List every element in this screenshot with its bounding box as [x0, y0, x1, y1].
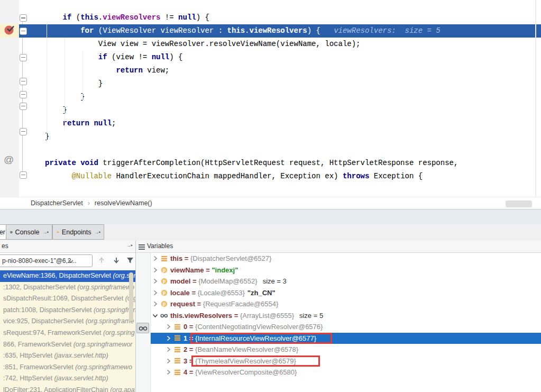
- code-line[interactable]: }: [19, 77, 541, 90]
- stack-frame-row[interactable]: :742, HttpServlet (javax.servlet.http): [0, 373, 135, 385]
- code-token: if: [98, 53, 107, 61]
- code-token: void: [80, 159, 98, 167]
- variable-row[interactable]: this.viewResolvers = {ArrayList@6555}siz…: [151, 310, 541, 322]
- equals-sign: =: [232, 310, 240, 322]
- indent-guide: [65, 38, 65, 130]
- frame-location: :1302, DispatcherServlet: [3, 284, 77, 291]
- stack-frame-row[interactable]: lDoFilter:231, ApplicationFilterChain (o…: [0, 385, 135, 392]
- breadcrumb-class[interactable]: DispatcherServlet: [30, 199, 84, 207]
- field-icon: [173, 358, 181, 364]
- endpoints-icon: [57, 229, 59, 235]
- code-lines[interactable]: if (this.viewResolvers != null) { for (V…: [19, 11, 541, 183]
- chevron-right-icon[interactable]: [152, 290, 159, 296]
- variable-name: 0: [184, 321, 187, 333]
- variable-row[interactable]: 1 = {InternalResourceViewResolver@6577}: [151, 333, 541, 344]
- code-token: ) {: [169, 53, 182, 61]
- chevron-right-icon[interactable]: [165, 369, 172, 375]
- ide-window: @ if (this.viewResolvers != null) { for …: [0, 0, 541, 392]
- frame-package: (org.springframewor: [74, 341, 133, 348]
- code-token: viewResolvers: [250, 26, 307, 35]
- chevron-right-icon[interactable]: [152, 301, 159, 307]
- fold-marker-icon[interactable]: [20, 103, 27, 110]
- chevron-right-icon[interactable]: [152, 267, 159, 273]
- breadcrumb-method[interactable]: resolveViewName(): [94, 199, 153, 207]
- pin-icon[interactable]: →▪: [94, 229, 100, 235]
- stack-frame-row[interactable]: 866, FrameworkServlet (org.springframewo…: [0, 339, 135, 351]
- code-line[interactable]: }: [19, 130, 541, 143]
- scrollbar-thumb[interactable]: [129, 272, 133, 321]
- show-watches-toggle[interactable]: [136, 323, 149, 333]
- frames-panel-title-partial: es: [2, 242, 8, 250]
- code-token: @Nullable: [71, 172, 112, 180]
- panel-menu-icon[interactable]: [139, 244, 145, 250]
- thread-dropdown[interactable]: p-nio-8080-exec-1"@6,2...: [0, 254, 93, 267]
- code-line[interactable]: }: [19, 90, 541, 104]
- variable-row[interactable]: pmodel = {ModelMap@6552}size = 3: [151, 276, 541, 287]
- code-editor[interactable]: @ if (this.viewResolvers != null) { for …: [0, 0, 541, 197]
- code-token: view;: [143, 66, 169, 75]
- variable-row[interactable]: 2 = {BeanNameViewResolver@6578}: [151, 344, 541, 355]
- filter-icon[interactable]: [126, 256, 134, 265]
- variable-row[interactable]: 0 = {ContentNegotiatingViewResolver@6576…: [151, 321, 541, 333]
- variable-row[interactable]: plocale = {Locale@6553}"zh_CN": [151, 287, 541, 299]
- stack-frame-row[interactable]: sRequest:974, FrameworkServlet (org.spri…: [0, 327, 135, 339]
- code-line[interactable]: return view;: [19, 64, 541, 77]
- code-line[interactable]: [19, 143, 541, 157]
- fold-marker-icon[interactable]: [20, 54, 27, 61]
- tab-console[interactable]: Console →▪: [6, 224, 52, 240]
- frame-location: vice:925, DispatcherServlet: [3, 317, 86, 325]
- tab-endpoints[interactable]: Endpoints →▪: [52, 224, 104, 240]
- pin-icon[interactable]: →▪: [42, 229, 48, 235]
- stack-frame-row[interactable]: eViewName:1366, DispatcherServlet (org.s…: [0, 270, 135, 282]
- stack-frame-row[interactable]: :851, FrameworkServlet (org.springframew…: [0, 362, 135, 373]
- stack-frame-row[interactable]: vice:925, DispatcherServlet (org.springf…: [0, 316, 135, 327]
- code-line[interactable]: View view = viewResolver.resolveViewName…: [19, 38, 541, 51]
- chevron-right-icon[interactable]: [165, 324, 172, 330]
- fold-marker-icon[interactable]: [20, 171, 27, 179]
- code-token: View view = viewResolver.resolveViewName…: [45, 40, 361, 48]
- fold-marker-icon[interactable]: [20, 128, 27, 135]
- variable-row[interactable]: prequest = {RequestFacade@6554}: [151, 298, 541, 310]
- previous-frame-icon[interactable]: [97, 256, 106, 265]
- variable-name: 3: [184, 355, 187, 367]
- code-line[interactable]: if (this.viewResolvers != null) {: [19, 11, 541, 24]
- code-line[interactable]: private void triggerAfterCompletion(Http…: [19, 157, 541, 170]
- fold-marker-icon[interactable]: [20, 78, 27, 85]
- stack-frame-row[interactable]: patch:1008, DispatcherServlet (org.sprin…: [0, 305, 135, 316]
- next-frame-icon[interactable]: [112, 256, 121, 265]
- chevron-down-icon[interactable]: [152, 313, 159, 318]
- variable-row[interactable]: 3 = {ThymeleafViewResolver@6579}: [151, 355, 541, 367]
- editor-scrollbar-track[interactable]: [535, 0, 536, 197]
- code-line[interactable]: }: [19, 104, 541, 117]
- panel-header-row: es →▪ Variables: [0, 241, 541, 253]
- variable-row[interactable]: 4 = {ViewResolverComposite@6580}: [151, 367, 541, 378]
- chevron-right-icon[interactable]: [165, 335, 172, 341]
- chevron-right-icon[interactable]: [152, 256, 159, 261]
- external-annotation-icon[interactable]: @: [4, 154, 14, 166]
- fold-marker-icon[interactable]: [20, 14, 27, 22]
- frames-toolbar: p-nio-8080-exec-1"@6,2...: [0, 253, 135, 270]
- chevron-right-icon[interactable]: [165, 347, 172, 352]
- code-line[interactable]: return null;: [19, 117, 541, 130]
- indent-guide: [47, 24, 47, 143]
- frame-package: (org.apa: [110, 386, 135, 392]
- stack-frame-row[interactable]: :1302, DispatcherServlet (org.springfram…: [0, 282, 135, 294]
- code-line[interactable]: if (view != null) {: [19, 51, 541, 64]
- chevron-right-icon[interactable]: [152, 278, 159, 284]
- stack-frame-row[interactable]: :635, HttpServlet (javax.servlet.http): [0, 350, 135, 362]
- frames-list[interactable]: eViewName:1366, DispatcherServlet (org.s…: [0, 270, 135, 392]
- stack-frame-row[interactable]: sDispatchResult:1069, DispatcherServlet …: [0, 293, 135, 305]
- variable-row[interactable]: this = {DispatcherServlet@6527}: [151, 253, 541, 265]
- panel-divider[interactable]: [135, 241, 136, 392]
- execution-line[interactable]: for (ViewResolver viewResolver : this.vi…: [19, 24, 541, 38]
- chevron-right-icon[interactable]: [165, 358, 172, 364]
- fold-marker-icon[interactable]: [20, 91, 27, 98]
- scrollbar-thumb[interactable]: [506, 200, 532, 207]
- svg-text:p: p: [163, 267, 166, 272]
- variable-row[interactable]: pviewName = "indexj": [151, 265, 541, 276]
- variables-tree[interactable]: this = {DispatcherServlet@6527}pviewName…: [151, 253, 541, 392]
- fold-marker-icon[interactable]: [20, 28, 27, 35]
- code-line[interactable]: @Nullable HandlerExecutionChain mappedHa…: [19, 170, 541, 183]
- pin-icon[interactable]: →▪: [126, 242, 132, 248]
- breakpoint-icon[interactable]: [4, 24, 15, 36]
